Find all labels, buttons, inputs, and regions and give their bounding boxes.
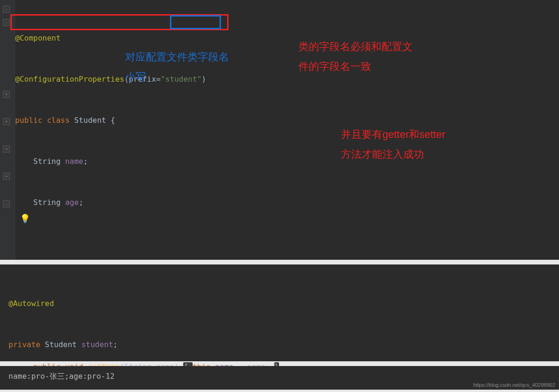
code-line: String age;	[15, 196, 559, 209]
code-line: @Component	[15, 31, 559, 45]
code-line: @Autowired	[8, 297, 559, 310]
expand-icon[interactable]: +	[3, 118, 10, 125]
code-line: public class Student {	[15, 113, 559, 127]
expand-icon[interactable]: +	[3, 145, 10, 153]
expand-icon[interactable]: +	[3, 91, 10, 98]
fold-end-icon[interactable]	[3, 228, 10, 235]
console-output-line: name:pro-张三;age:pro-12	[8, 372, 115, 381]
watermark-text: https://blog.csdn.net/qcs_40298902	[473, 382, 555, 388]
code-editor-panel-2: @Autowired private Student student; /**@…	[0, 264, 559, 361]
console-output-panel: name:pro-张三;age:pro-12 https://blog.csdn…	[0, 366, 559, 390]
code-line: @ConfigurationProperties(prefix="student…	[15, 72, 559, 86]
editor-gutter: - - + + + + -	[0, 0, 15, 260]
fold-icon[interactable]: -	[3, 200, 10, 207]
expand-icon[interactable]: +	[3, 173, 10, 180]
blank-line	[15, 237, 559, 250]
fold-icon[interactable]: -	[3, 19, 10, 26]
code-editor-panel-1: - - + + + + - 💡 @Component @Configuratio…	[0, 0, 559, 260]
code-line: private Student student;	[8, 338, 559, 351]
code-line: String name;	[15, 154, 559, 168]
fold-icon[interactable]: -	[3, 6, 10, 13]
